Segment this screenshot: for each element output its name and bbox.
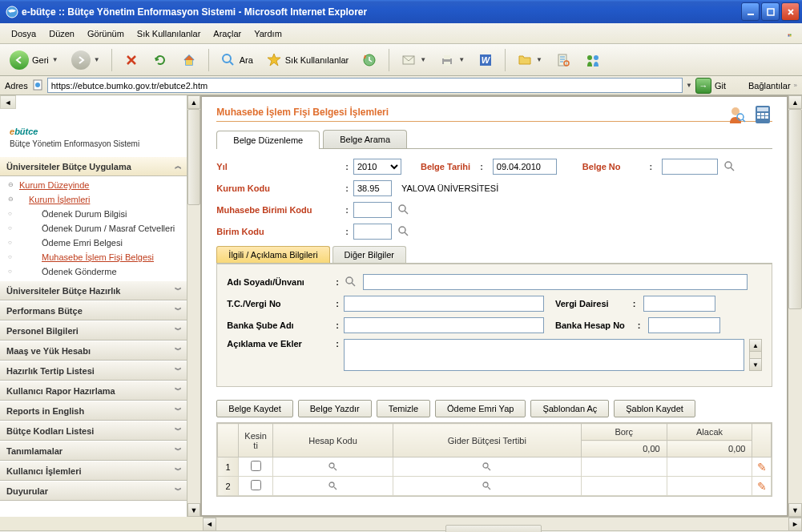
address-input[interactable] xyxy=(47,78,683,93)
maximize-button[interactable] xyxy=(761,2,780,21)
menu-sik[interactable]: Sık Kullanılanlar xyxy=(131,26,208,42)
textarea-scrollbar[interactable]: ▲▼ xyxy=(749,339,762,371)
menu-dosya[interactable]: Dosya xyxy=(5,26,42,42)
edit-row-1-icon[interactable]: ✎ xyxy=(757,461,767,474)
input-birim-kodu[interactable] xyxy=(353,224,392,240)
btn-sablon-ac[interactable]: Şablondan Aç xyxy=(530,400,609,417)
svg-rect-30 xyxy=(761,116,764,119)
history-button[interactable] xyxy=(357,49,382,71)
tree-odenek-durum[interactable]: Ödenek Durum Bilgisi xyxy=(0,207,187,221)
tree-kurum-duzeyinde[interactable]: Kurum Düzeyinde xyxy=(0,178,187,192)
input-vergi-dairesi[interactable] xyxy=(643,296,715,312)
word-button[interactable]: W xyxy=(473,49,498,71)
input-belge-tarihi[interactable] xyxy=(493,159,557,175)
textarea-aciklama[interactable] xyxy=(344,339,744,371)
btn-odeme-emri[interactable]: Ödeme Emri Yap xyxy=(435,400,526,417)
search-muhasebe-icon[interactable] xyxy=(397,203,411,217)
search-gider-1-icon[interactable] xyxy=(480,460,494,474)
content-hscrollbar[interactable]: ◄ ► xyxy=(203,517,802,530)
acc-duyurular[interactable]: Duyurular︾ xyxy=(0,481,187,501)
research-button[interactable] xyxy=(550,49,576,71)
print-button[interactable]: ▼ xyxy=(434,49,470,71)
grid-row: 1 ✎ xyxy=(218,457,772,477)
chk-kesinti-1[interactable] xyxy=(251,461,261,471)
tab-belge-duzenleme[interactable]: Belge Düzenleme xyxy=(216,131,320,149)
menu-araclar[interactable]: Araçlar xyxy=(207,26,248,42)
label-yil: Yıl xyxy=(216,162,341,171)
home-button[interactable] xyxy=(176,49,202,71)
search-button[interactable]: Ara xyxy=(216,49,258,71)
input-tc-vergi[interactable] xyxy=(344,296,544,312)
edit-row-2-icon[interactable]: ✎ xyxy=(757,480,767,493)
btn-sablon-kaydet[interactable]: Şablon Kaydet xyxy=(614,400,695,417)
chevron-down-icon: ︾ xyxy=(175,405,180,416)
subtab-diger[interactable]: Diğer Bilgiler xyxy=(332,246,406,263)
input-adi-soyadi[interactable] xyxy=(363,274,748,290)
search-adi-icon[interactable] xyxy=(344,275,358,289)
acc-kodlar[interactable]: Bütçe Kodları Listesi︾ xyxy=(0,421,187,441)
content-scrollbar[interactable]: ▲ ▼ xyxy=(788,95,802,517)
input-belge-no[interactable] xyxy=(662,159,718,175)
btn-temizle[interactable]: Temizle xyxy=(377,400,430,417)
stop-button[interactable] xyxy=(119,49,144,71)
page-icon xyxy=(31,79,44,93)
acc-personel[interactable]: Personel Bilgileri︾ xyxy=(0,320,187,341)
mail-button[interactable]: ▼ xyxy=(396,49,431,71)
tree-kurum-islemleri[interactable]: Kurum İşlemleri xyxy=(0,192,187,207)
acc-hazirlik[interactable]: Üniversiteler Bütçe Hazırlık︾ xyxy=(0,280,187,300)
acc-rapor[interactable]: Kullanıcı Rapor Hazırlama︾ xyxy=(0,381,187,401)
sidebar-back-arrow[interactable]: ◄ xyxy=(0,95,16,109)
chevron-down-icon: ︾ xyxy=(175,486,180,496)
acc-universiteler-uygulama[interactable]: Üniversiteler Bütçe Uygulama ︽ xyxy=(0,156,187,176)
logo-box: ebütce Bütçe Yönetim Enformasyon Sistemi xyxy=(0,109,187,156)
refresh-button[interactable] xyxy=(147,49,173,71)
svg-rect-28 xyxy=(765,113,768,115)
search-hesap-2-icon[interactable] xyxy=(326,479,341,494)
favorites-button[interactable]: Sık Kullanılanlar xyxy=(261,49,354,71)
select-yil[interactable]: 2010 xyxy=(353,159,401,175)
go-button[interactable]: → xyxy=(695,78,711,94)
svg-text:W: W xyxy=(482,55,491,65)
svg-rect-2 xyxy=(768,9,774,15)
svg-point-34 xyxy=(399,227,405,233)
forward-button[interactable]: ▼ xyxy=(66,47,105,73)
acc-tertip[interactable]: Hazırlık Tertip Listesi︾ xyxy=(0,361,187,381)
calculator-icon[interactable] xyxy=(752,103,774,126)
minimize-button[interactable] xyxy=(741,2,760,21)
svg-rect-31 xyxy=(765,116,768,119)
tree-muhasebe-fisi[interactable]: Muhasebe İşlem Fişi Belgesi xyxy=(0,250,187,264)
tab-belge-arama[interactable]: Belge Arama xyxy=(323,130,407,148)
back-button[interactable]: Geri ▼ xyxy=(5,47,63,73)
address-dropdown-icon[interactable]: ▼ xyxy=(686,82,692,89)
input-banka-hesap[interactable] xyxy=(648,317,720,333)
folder-button[interactable]: ▼ xyxy=(512,49,547,71)
search-birim-icon[interactable] xyxy=(397,224,411,239)
user-icon[interactable] xyxy=(724,103,747,126)
input-kurum-kodu[interactable] xyxy=(353,180,392,196)
tree-odeme-emri[interactable]: Ödeme Emri Belgesi xyxy=(0,236,187,250)
sidebar-scrollbar[interactable]: ▲ ▼ xyxy=(187,95,201,517)
tree-odenek-gonderme[interactable]: Ödenek Gönderme xyxy=(0,264,187,279)
input-banka-sube[interactable] xyxy=(344,317,544,333)
tree-odenek-masraf[interactable]: Ödenek Durum / Masraf Cetvelleri xyxy=(0,221,187,236)
acc-performans[interactable]: Performans Bütçe︾ xyxy=(0,300,187,320)
chk-kesinti-2[interactable] xyxy=(251,480,261,490)
logo-text: bütce xyxy=(14,127,38,136)
acc-reports-en[interactable]: Reports in English︾ xyxy=(0,401,187,421)
svg-rect-29 xyxy=(757,116,760,119)
btn-belge-yazdir[interactable]: Belge Yazdır xyxy=(298,400,372,417)
search-gider-2-icon[interactable] xyxy=(480,479,494,494)
subtab-ilgili[interactable]: İlgili / Açıklama Bilgileri xyxy=(216,246,329,263)
menu-gorunum[interactable]: Görünüm xyxy=(81,26,131,42)
messenger-button[interactable] xyxy=(579,49,607,71)
close-button[interactable] xyxy=(781,2,800,21)
search-hesap-1-icon[interactable] xyxy=(326,460,341,474)
search-belge-icon[interactable] xyxy=(723,159,737,174)
menu-duzen[interactable]: Düzen xyxy=(42,26,81,42)
btn-belge-kaydet[interactable]: Belge Kaydet xyxy=(216,400,292,417)
input-muhasebe-birimi[interactable] xyxy=(353,202,392,218)
menu-yardim[interactable]: Yardım xyxy=(248,26,288,42)
acc-kullanici[interactable]: Kullanıcı İşlemleri︾ xyxy=(0,461,187,481)
acc-maas[interactable]: Maaş ve Yük Hesabı︾ xyxy=(0,341,187,361)
acc-tanimlamalar[interactable]: Tanımlamalar︾ xyxy=(0,441,187,461)
